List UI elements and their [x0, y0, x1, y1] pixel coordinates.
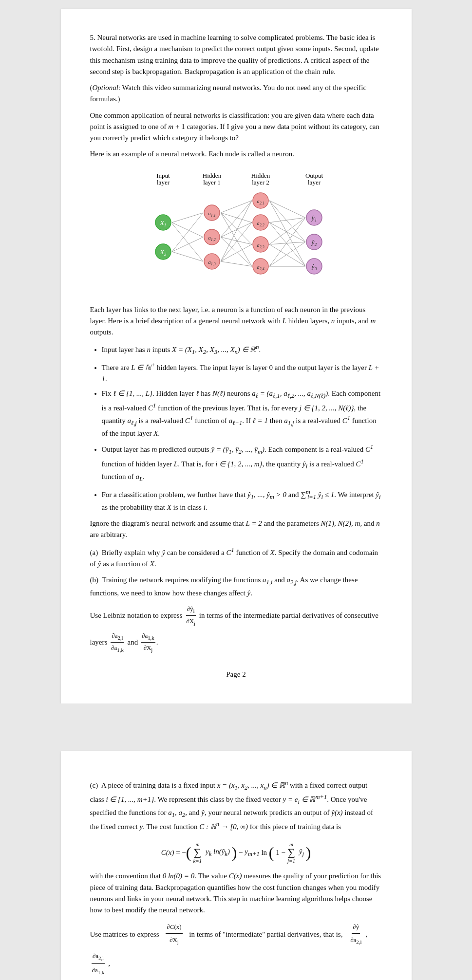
svg-line-8: [172, 213, 203, 222]
svg-line-20: [221, 237, 252, 244]
svg-point-54: [253, 259, 268, 274]
layers-description: Each layer has links to the next layer, …: [90, 304, 382, 338]
partial-a1k-Xj: ∂a1,k ∂Xj: [141, 630, 155, 654]
partial-yhat-i-Xj: ∂ŷi ∂Xj: [185, 604, 196, 628]
and-label: and: [128, 636, 138, 649]
svg-text:layer: layer: [308, 179, 321, 186]
minus2: −: [237, 849, 245, 857]
partial-Cx-Xj: ∂C(x) ∂Xj: [166, 921, 182, 947]
bullet-input: Input layer has n inputs X = (X1, X2, X3…: [102, 343, 382, 357]
layers-label: layers: [90, 636, 108, 649]
left-paren-2: (: [269, 845, 274, 860]
nn-diagram: Input layer Hidden layer 1 Hidden layer …: [90, 169, 382, 296]
partial-yhat-a2l: ∂ŷ ∂a2,l: [349, 921, 362, 947]
ln-label: ln: [260, 849, 269, 857]
layers-line: layers ∂a2,l ∂a1,k and ∂a1,k ∂Xj .: [90, 630, 382, 654]
svg-line-34: [269, 244, 305, 266]
sum-block-j: m ∑ j=1: [287, 841, 295, 864]
use-matrices-text: Use matrices to express: [90, 927, 159, 942]
svg-line-21: [221, 237, 252, 266]
partial-a2l-a1k-2: ∂a2,l ∂a1,k: [91, 950, 106, 978]
svg-line-30: [269, 222, 305, 242]
page-container: 5. Neural networks are used in machine l…: [0, 0, 472, 980]
svg-point-44: [204, 229, 220, 245]
svg-text:Hidden: Hidden: [202, 172, 221, 179]
one-minus: 1 −: [274, 849, 285, 857]
svg-text:Output: Output: [305, 172, 323, 179]
svg-line-18: [221, 201, 252, 237]
minus-sign: −: [182, 849, 186, 857]
Cx-equals: =: [174, 849, 182, 857]
nn-svg: Input layer Hidden layer 1 Hidden layer …: [134, 169, 339, 296]
svg-line-35: [269, 218, 305, 266]
subquestion-a: (a) Briefly explain why ŷ can be conside…: [90, 546, 382, 570]
partial-a2l-a1k: ∂a2,l ∂a1,k: [110, 630, 125, 654]
svg-line-26: [269, 201, 305, 218]
svg-point-52: [253, 237, 268, 252]
svg-line-14: [221, 201, 252, 213]
svg-text:layer 2: layer 2: [252, 179, 269, 186]
svg-line-24: [221, 244, 252, 261]
in-terms2-text: in terms of "intermediate" partial deriv…: [189, 927, 342, 942]
svg-line-31: [269, 222, 305, 266]
sum-block-k: m ∑ k=1: [193, 841, 202, 864]
svg-line-9: [172, 222, 203, 237]
Cx-label: C: [161, 849, 166, 857]
Cx-paren-open: (x): [166, 849, 174, 857]
svg-text:Input: Input: [156, 172, 170, 179]
yk-ln-yhatk: yk ln(ŷk): [204, 848, 231, 858]
subquestion-b: (b) Training the network requires modify…: [90, 574, 382, 654]
ignore-paragraph: Ignore the diagram's neural network and …: [90, 518, 382, 541]
use-matrices-paragraph: Use matrices to express ∂C(x) ∂Xj in ter…: [90, 921, 382, 978]
svg-text:layer 1: layer 1: [203, 179, 221, 186]
svg-text:layer: layer: [157, 179, 170, 186]
qa-text: (a) Briefly explain why ŷ can be conside…: [90, 546, 382, 570]
bullet-output: Output layer has m predicted outputs ŷ =…: [102, 443, 382, 484]
bullet-classification: For a classification problem, we further…: [102, 488, 382, 514]
svg-line-33: [269, 242, 305, 244]
classification-paragraph: One common application of neural network…: [90, 110, 382, 144]
qb-text: (b) Training the network requires modify…: [90, 574, 382, 599]
svg-point-48: [253, 193, 268, 208]
example-paragraph: Here is an example of a neural network. …: [90, 148, 382, 160]
svg-line-27: [269, 201, 305, 242]
svg-line-11: [172, 213, 203, 252]
page-top: 5. Neural networks are used in machine l…: [61, 9, 412, 703]
svg-line-22: [221, 201, 252, 261]
bullet-fix-ell: Fix ℓ ∈ {1, ..., L}. Hidden layer ℓ has …: [102, 388, 382, 439]
section-intro: 5. Neural networks are used in machine l…: [90, 32, 382, 77]
left-paren-1: (: [186, 845, 191, 860]
svg-line-12: [172, 237, 203, 252]
right-paren-2: ): [306, 845, 311, 860]
page-spacer: [0, 703, 472, 742]
period: .: [156, 636, 158, 649]
svg-text:Hidden: Hidden: [251, 172, 270, 179]
in-terms-text: in terms of the intermediate partial der…: [199, 610, 378, 622]
page-number: Page 2: [90, 669, 382, 680]
ym1-label: ym+1: [245, 848, 259, 858]
cost-function-formula: C (x) = − ( m ∑ k=1 yk ln(ŷk) ) − ym+1 l…: [90, 841, 382, 864]
bullet-hidden-layers: There are L ∈ ℕ+ hidden layers. The inpu…: [102, 361, 382, 385]
svg-line-19: [221, 222, 252, 237]
svg-line-36: [269, 242, 305, 266]
right-paren-1: ): [232, 845, 237, 860]
subquestion-c: (c) A piece of training data is a fixed …: [90, 778, 382, 980]
page-bottom: (c) A piece of training data is a fixed …: [61, 751, 412, 980]
svg-point-50: [253, 215, 268, 230]
bullet-list: Input layer has n inputs X = (X1, X2, X3…: [90, 343, 382, 513]
leibniz-line: Use Leibniz notation to express ∂ŷi ∂Xj …: [90, 604, 382, 628]
svg-point-46: [204, 254, 220, 269]
svg-point-42: [204, 205, 220, 221]
use-leibniz-text: Use Leibniz notation to express: [90, 610, 183, 622]
convention-paragraph: with the convention that 0 ln(0) = 0. Th…: [90, 870, 382, 916]
svg-line-13: [172, 252, 203, 261]
qc-text: (c) A piece of training data is a fixed …: [90, 778, 382, 832]
yhatj: ŷj: [297, 848, 306, 858]
svg-line-28: [269, 201, 305, 266]
optional-paragraph: (Optional: Watch this video summarizing …: [90, 82, 382, 105]
svg-line-10: [172, 223, 203, 261]
